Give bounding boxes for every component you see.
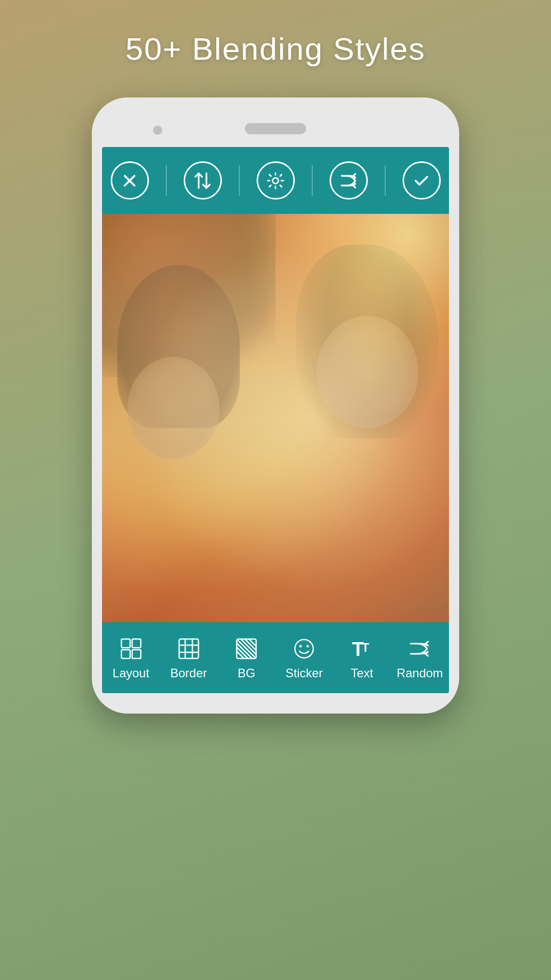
random-label: Random (397, 666, 443, 680)
photo-blend (102, 214, 449, 622)
svg-rect-6 (132, 650, 141, 658)
page-title: 50+ Blending Styles (126, 31, 425, 67)
svg-line-14 (237, 643, 252, 658)
toolbar-divider-1 (166, 165, 167, 196)
random-button[interactable]: Random (397, 638, 443, 680)
settings-button[interactable] (257, 161, 295, 200)
toolbar-divider-3 (312, 165, 313, 196)
close-button[interactable] (111, 161, 149, 200)
svg-line-15 (241, 639, 256, 654)
svg-rect-7 (179, 639, 198, 658)
confirm-button[interactable] (403, 161, 441, 200)
bg-button[interactable]: BG (223, 638, 269, 680)
svg-rect-5 (121, 650, 130, 658)
layout-label: Layout (113, 666, 149, 680)
svg-line-19 (249, 639, 256, 646)
svg-rect-3 (121, 639, 130, 648)
bottom-toolbar: Layout Border (102, 622, 449, 693)
shuffle-icon (339, 171, 358, 190)
text-label: Text (350, 666, 373, 680)
close-icon (120, 171, 139, 190)
confirm-icon (412, 171, 431, 190)
svg-rect-4 (132, 639, 141, 648)
bg-label: BG (238, 666, 256, 680)
text-button[interactable]: T T Text (339, 638, 385, 680)
phone-camera (153, 126, 162, 135)
random-icon (409, 638, 431, 660)
phone-top-bar (102, 113, 449, 147)
border-button[interactable]: Border (166, 638, 212, 680)
layout-button[interactable]: Layout (108, 638, 154, 680)
sticker-icon (293, 638, 315, 660)
svg-point-22 (307, 645, 309, 648)
svg-point-20 (295, 640, 313, 658)
swap-button[interactable] (184, 161, 222, 200)
photo-double-exposure (102, 214, 449, 622)
layout-icon (120, 638, 142, 660)
svg-line-18 (237, 651, 244, 658)
svg-line-13 (237, 639, 256, 658)
settings-icon (266, 171, 285, 190)
text-icon: T T (350, 638, 373, 660)
toolbar-divider-2 (239, 165, 240, 196)
sticker-label: Sticker (286, 666, 323, 680)
shuffle-button[interactable] (330, 161, 368, 200)
svg-text:T: T (362, 641, 369, 654)
svg-point-21 (299, 645, 302, 648)
toolbar-divider-4 (385, 165, 386, 196)
phone-mockup: Layout Border (92, 97, 459, 714)
swap-icon (193, 171, 212, 190)
phone-speaker (245, 123, 306, 134)
photo-canvas (102, 214, 449, 622)
border-icon (178, 638, 200, 660)
sticker-button[interactable]: Sticker (281, 638, 327, 680)
svg-point-2 (272, 178, 278, 183)
bg-icon (235, 638, 258, 660)
border-label: Border (170, 666, 207, 680)
top-toolbar (102, 147, 449, 214)
